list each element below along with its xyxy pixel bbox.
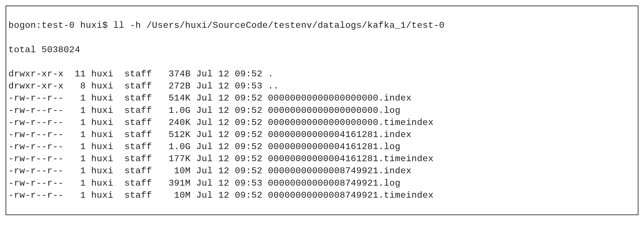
col-group: staff — [113, 117, 152, 128]
col-permissions: -rw-r--r-- — [8, 129, 64, 140]
col-owner: huxi — [86, 166, 113, 176]
col-size: 10M — [152, 166, 191, 176]
col-name: . — [268, 69, 274, 79]
col-day: 12 — [218, 117, 229, 128]
col-group: staff — [113, 93, 152, 103]
prompt-line: bogon:test-0 huxi$ ll -h /Users/huxi/Sou… — [8, 19, 636, 31]
col-size: 391M — [152, 178, 191, 188]
col-month: Jul — [196, 190, 213, 200]
col-permissions: drwxr-xr-x — [8, 81, 64, 91]
col-size: 240K — [152, 117, 191, 128]
col-group: staff — [113, 190, 152, 200]
col-month: Jul — [196, 117, 213, 128]
col-month: Jul — [196, 178, 213, 188]
col-name: 00000000000000000000.log — [268, 105, 400, 116]
listing-row: -rw-r--r-- 1 huxi staff 1.0G Jul 12 09:5… — [8, 104, 636, 117]
col-links: 1 — [64, 154, 86, 164]
col-owner: huxi — [86, 105, 113, 116]
col-month: Jul — [196, 69, 213, 79]
col-permissions: -rw-r--r-- — [8, 154, 64, 164]
col-day: 12 — [218, 190, 229, 200]
col-links: 1 — [64, 166, 86, 176]
col-day: 12 — [218, 129, 229, 140]
prompt-user: huxi — [80, 20, 102, 31]
col-name: 00000000000004161281.timeindex — [268, 154, 434, 164]
col-size: 1.0G — [152, 142, 191, 152]
col-name: .. — [268, 81, 279, 91]
col-group: staff — [113, 142, 152, 152]
col-permissions: -rw-r--r-- — [8, 117, 64, 128]
col-group: staff — [113, 81, 152, 91]
col-links: 1 — [64, 93, 86, 103]
col-links: 1 — [64, 129, 86, 140]
col-links: 1 — [64, 117, 86, 128]
col-group: staff — [113, 105, 152, 116]
col-permissions: -rw-r--r-- — [8, 166, 64, 176]
col-size: 177K — [152, 154, 191, 164]
col-size: 10M — [152, 190, 191, 200]
col-time: 09:52 — [235, 166, 263, 176]
col-owner: huxi — [86, 117, 113, 128]
col-size: 374B — [152, 69, 191, 79]
listing-row: -rw-r--r-- 1 huxi staff 10M Jul 12 09:52… — [8, 165, 636, 177]
col-time: 09:52 — [235, 93, 263, 103]
col-day: 12 — [218, 154, 229, 164]
col-month: Jul — [196, 129, 213, 140]
col-group: staff — [113, 154, 152, 164]
col-time: 09:52 — [235, 105, 263, 116]
col-day: 12 — [218, 69, 229, 79]
col-time: 09:52 — [235, 190, 263, 200]
col-month: Jul — [196, 142, 213, 152]
col-time: 09:52 — [235, 69, 263, 79]
col-day: 12 — [218, 178, 229, 188]
col-name: 00000000000004161281.index — [268, 129, 411, 140]
col-time: 09:52 — [235, 129, 263, 140]
col-name: 00000000000004161281.log — [268, 142, 400, 152]
col-day: 12 — [218, 142, 229, 152]
col-owner: huxi — [86, 142, 113, 152]
col-group: staff — [113, 129, 152, 140]
col-owner: huxi — [86, 129, 113, 140]
listing-row: -rw-r--r-- 1 huxi staff 177K Jul 12 09:5… — [8, 153, 636, 165]
terminal-output: bogon:test-0 huxi$ ll -h /Users/huxi/Sou… — [6, 6, 638, 215]
col-time: 09:52 — [235, 117, 263, 128]
col-permissions: -rw-r--r-- — [8, 178, 64, 188]
col-permissions: -rw-r--r-- — [8, 105, 64, 116]
prompt-host: bogon — [8, 20, 36, 31]
col-links: 1 — [64, 190, 86, 200]
col-time: 09:52 — [235, 154, 263, 164]
col-month: Jul — [196, 105, 213, 116]
listing-row: -rw-r--r-- 1 huxi staff 512K Jul 12 09:5… — [8, 129, 636, 141]
col-links: 1 — [64, 142, 86, 152]
col-time: 09:52 — [235, 142, 263, 152]
col-owner: huxi — [86, 190, 113, 200]
col-links: 11 — [64, 69, 86, 79]
prompt-cwd: test-0 — [41, 20, 75, 31]
listing-row: drwxr-xr-x 11 huxi staff 374B Jul 12 09:… — [8, 68, 636, 80]
col-owner: huxi — [86, 69, 113, 79]
col-name: 00000000000000000000.index — [268, 93, 411, 103]
listing-row: drwxr-xr-x 8 huxi staff 272B Jul 12 09:5… — [8, 80, 636, 92]
col-group: staff — [113, 166, 152, 176]
col-permissions: -rw-r--r-- — [8, 190, 64, 200]
col-month: Jul — [196, 166, 213, 176]
total-line: total 5038024 — [8, 44, 636, 56]
col-permissions: drwxr-xr-x — [8, 69, 64, 79]
col-links: 1 — [64, 178, 86, 188]
col-links: 8 — [64, 81, 86, 91]
file-listing: drwxr-xr-x 11 huxi staff 374B Jul 12 09:… — [8, 68, 636, 201]
listing-row: -rw-r--r-- 1 huxi staff 514K Jul 12 09:5… — [8, 92, 636, 104]
prompt-symbol: $ — [102, 20, 108, 31]
col-group: staff — [113, 178, 152, 188]
listing-row: -rw-r--r-- 1 huxi staff 1.0G Jul 12 09:5… — [8, 141, 636, 153]
col-name: 00000000000008749921.index — [268, 166, 411, 176]
command-text: ll -h /Users/huxi/SourceCode/testenv/dat… — [113, 20, 444, 31]
col-day: 12 — [218, 81, 229, 91]
col-owner: huxi — [86, 178, 113, 188]
col-day: 12 — [218, 166, 229, 176]
listing-row: -rw-r--r-- 1 huxi staff 391M Jul 12 09:5… — [8, 177, 636, 189]
col-group: staff — [113, 69, 152, 79]
col-name: 00000000000008749921.log — [268, 178, 400, 188]
col-time: 09:53 — [235, 178, 263, 188]
col-size: 1.0G — [152, 105, 191, 116]
